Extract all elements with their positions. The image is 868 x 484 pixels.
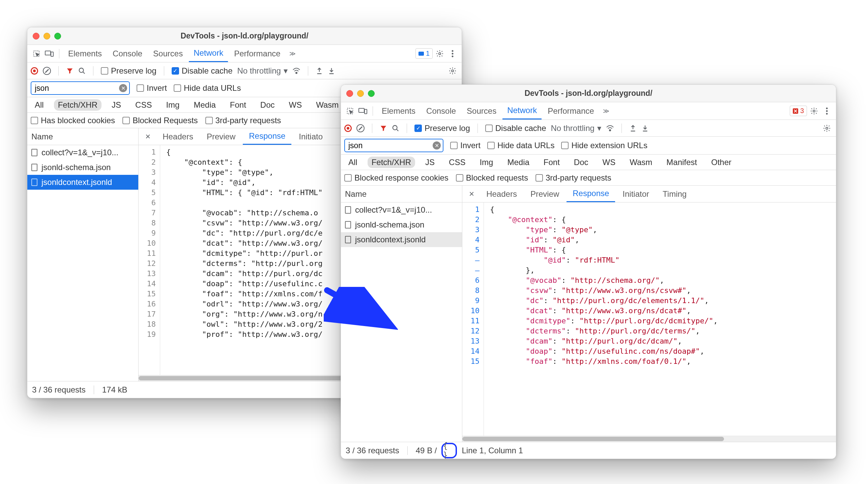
- device-toggle-icon[interactable]: [44, 50, 55, 57]
- clear-filter-icon[interactable]: ✕: [433, 141, 441, 150]
- throttling-select[interactable]: No throttling ▾: [551, 124, 601, 133]
- inspect-icon[interactable]: [31, 50, 42, 57]
- search-icon[interactable]: [78, 67, 86, 75]
- disable-cache-checkbox[interactable]: ✓Disable cache: [172, 66, 233, 76]
- request-header[interactable]: Name: [341, 186, 462, 203]
- kebab-menu-icon[interactable]: [447, 50, 458, 57]
- request-row[interactable]: collect?v=1&_v=j10...: [341, 203, 462, 217]
- type-wasm[interactable]: Wasm: [626, 157, 656, 168]
- request-row-selected[interactable]: jsonldcontext.jsonld: [341, 232, 462, 247]
- download-icon[interactable]: [328, 67, 335, 75]
- filter-input[interactable]: ✕: [31, 81, 130, 95]
- type-js[interactable]: JS: [421, 157, 439, 168]
- inspect-icon[interactable]: [344, 107, 356, 115]
- type-font[interactable]: Font: [540, 157, 564, 168]
- search-icon[interactable]: [392, 125, 399, 132]
- more-tabs-icon[interactable]: ≫: [287, 50, 298, 57]
- settings-icon[interactable]: [808, 107, 820, 115]
- filter-icon[interactable]: [66, 67, 74, 75]
- settings-icon[interactable]: [434, 50, 445, 58]
- tab-performance[interactable]: Performance: [543, 102, 599, 119]
- clear-icon[interactable]: [43, 67, 51, 75]
- tab-elements[interactable]: Elements: [63, 45, 107, 62]
- type-media[interactable]: Media: [503, 157, 533, 168]
- type-other[interactable]: Other: [707, 157, 735, 168]
- filter-icon[interactable]: [380, 125, 387, 132]
- horizontal-scrollbar[interactable]: [462, 436, 836, 442]
- kebab-menu-icon[interactable]: [821, 107, 833, 115]
- blocked-response-cookies-checkbox[interactable]: Blocked response cookies: [344, 173, 449, 183]
- code-lines[interactable]: { "@context": { "type": "@type", "id": "…: [160, 145, 323, 375]
- tab-sources[interactable]: Sources: [148, 45, 187, 62]
- preserve-log-checkbox[interactable]: ✓Preserve log: [414, 124, 470, 133]
- close-detail-icon[interactable]: ×: [141, 131, 155, 142]
- close-icon[interactable]: [33, 33, 39, 39]
- hide-data-urls-checkbox[interactable]: Hide data URLs: [487, 141, 554, 150]
- response-code[interactable]: 12345––689101112131415 { "@context": { "…: [462, 203, 836, 436]
- record-icon[interactable]: [344, 125, 352, 132]
- detail-tab-preview[interactable]: Preview: [524, 186, 565, 202]
- invert-checkbox[interactable]: Invert: [137, 83, 167, 93]
- tab-sources[interactable]: Sources: [462, 102, 501, 119]
- request-row[interactable]: collect?v=1&_v=j10...: [27, 145, 138, 160]
- device-toggle-icon[interactable]: [357, 108, 369, 114]
- has-blocked-cookies-checkbox[interactable]: Has blocked cookies: [31, 116, 115, 125]
- type-manifest[interactable]: Manifest: [662, 157, 701, 168]
- panel-settings-icon[interactable]: [821, 124, 833, 132]
- type-css[interactable]: CSS: [131, 99, 156, 111]
- type-img[interactable]: Img: [162, 99, 183, 111]
- throttling-select[interactable]: No throttling ▾: [237, 66, 287, 76]
- upload-icon[interactable]: [316, 67, 323, 75]
- type-doc[interactable]: Doc: [256, 99, 279, 111]
- minimize-icon[interactable]: [357, 90, 364, 97]
- clear-filter-icon[interactable]: ✕: [119, 84, 127, 92]
- tab-network[interactable]: Network: [502, 102, 542, 119]
- close-detail-icon[interactable]: ×: [464, 189, 479, 199]
- blocked-requests-checkbox[interactable]: Blocked requests: [456, 173, 528, 183]
- issues-badge[interactable]: 1: [415, 48, 433, 59]
- download-icon[interactable]: [641, 125, 649, 132]
- minimize-icon[interactable]: [44, 33, 50, 39]
- detail-tab-initiator[interactable]: Initiato: [293, 128, 329, 145]
- type-all[interactable]: All: [31, 99, 48, 111]
- blocked-requests-checkbox[interactable]: Blocked Requests: [122, 116, 198, 125]
- type-css[interactable]: CSS: [445, 157, 469, 168]
- titlebar[interactable]: DevTools - json-ld.org/playground/: [341, 85, 836, 102]
- record-icon[interactable]: [31, 67, 38, 75]
- upload-icon[interactable]: [629, 125, 637, 132]
- detail-tab-initiator[interactable]: Initiator: [616, 186, 655, 202]
- invert-checkbox[interactable]: Invert: [450, 141, 481, 150]
- third-party-checkbox[interactable]: 3rd-party requests: [205, 116, 281, 125]
- third-party-checkbox[interactable]: 3rd-party requests: [536, 173, 611, 183]
- zoom-icon[interactable]: [368, 90, 375, 97]
- type-ws[interactable]: WS: [599, 157, 620, 168]
- hide-extension-urls-checkbox[interactable]: Hide extension URLs: [561, 141, 647, 150]
- type-media[interactable]: Media: [190, 99, 220, 111]
- request-row[interactable]: jsonld-schema.json: [341, 217, 462, 232]
- type-img[interactable]: Img: [475, 157, 497, 168]
- type-fetch-xhr[interactable]: Fetch/XHR: [368, 157, 415, 168]
- type-doc[interactable]: Doc: [570, 157, 592, 168]
- errors-badge[interactable]: 3: [790, 106, 807, 116]
- wifi-icon[interactable]: [292, 67, 300, 75]
- type-fetch-xhr[interactable]: Fetch/XHR: [54, 99, 102, 111]
- tab-console[interactable]: Console: [108, 45, 147, 62]
- type-ws[interactable]: WS: [285, 99, 306, 111]
- tab-console[interactable]: Console: [422, 102, 461, 119]
- tab-network[interactable]: Network: [189, 45, 228, 62]
- tab-elements[interactable]: Elements: [377, 102, 420, 119]
- detail-tab-timing[interactable]: Timing: [657, 186, 693, 202]
- preserve-log-checkbox[interactable]: Preserve log: [101, 66, 156, 76]
- detail-tab-response[interactable]: Response: [567, 186, 615, 202]
- type-font[interactable]: Font: [226, 99, 250, 111]
- more-tabs-icon[interactable]: ≫: [600, 107, 612, 115]
- pretty-print-button[interactable]: { }: [441, 443, 457, 458]
- clear-icon[interactable]: [356, 124, 365, 132]
- code-lines[interactable]: { "@context": { "type": "@type", "id": "…: [484, 203, 718, 436]
- disable-cache-checkbox[interactable]: Disable cache: [485, 124, 546, 133]
- request-row-selected[interactable]: jsonldcontext.jsonld: [27, 175, 138, 190]
- titlebar[interactable]: DevTools - json-ld.org/playground/: [27, 27, 462, 45]
- request-row[interactable]: jsonld-schema.json: [27, 160, 138, 175]
- tab-performance[interactable]: Performance: [229, 45, 285, 62]
- detail-tab-preview[interactable]: Preview: [201, 128, 241, 145]
